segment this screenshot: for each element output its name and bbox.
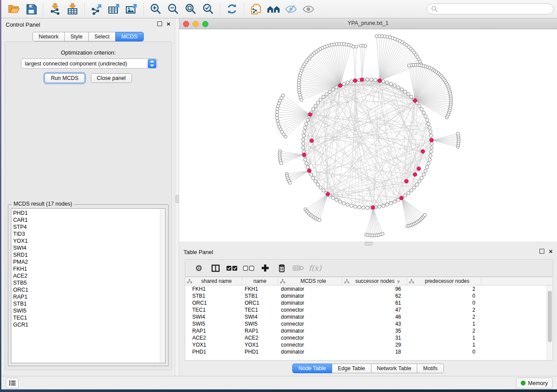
table-cell: dominator xyxy=(278,349,343,355)
table-row[interactable]: TEC1TEC1connector472 xyxy=(185,306,553,313)
column-header-successor-nodes[interactable]: successor nodes ∨ xyxy=(343,277,407,285)
mcds-node-item[interactable]: PHD1 xyxy=(11,210,165,217)
column-header-MCDS-role[interactable]: MCDS role xyxy=(278,277,343,285)
mcds-node-item[interactable]: FKH1 xyxy=(11,265,165,272)
tab-network[interactable]: Network xyxy=(32,32,65,41)
table-row[interactable]: ACE2ACE2connector311 xyxy=(185,334,553,341)
export-network-button[interactable] xyxy=(88,2,105,17)
search-input[interactable] xyxy=(427,3,554,14)
criterion-selected-value: largest connected component (undirected) xyxy=(21,61,148,67)
zoom-fit-button[interactable] xyxy=(182,2,199,17)
export-image-button[interactable] xyxy=(123,2,140,17)
table-row[interactable]: PHD1PHD1dominator180 xyxy=(185,348,553,355)
table-row[interactable]: RAP1RAP1dominator352 xyxy=(185,327,553,334)
tab-edge-table[interactable]: Edge Table xyxy=(332,364,371,373)
mcds-node-item[interactable]: TID3 xyxy=(11,230,165,237)
run-mcds-button[interactable]: Run MCDS xyxy=(45,73,84,83)
table-row[interactable]: FKH1FKH1dominator962 xyxy=(185,285,553,292)
mcds-node-item[interactable]: ORC1 xyxy=(11,286,165,293)
mcds-node-item[interactable]: YOX1 xyxy=(11,237,165,244)
import-network-button[interactable] xyxy=(46,2,64,17)
memory-button[interactable]: Memory xyxy=(516,378,553,389)
table-row[interactable]: STB1STB1dominator620 xyxy=(185,292,553,299)
close-panel-icon[interactable]: × xyxy=(166,22,170,26)
close-panel-button[interactable]: Close panel xyxy=(91,73,132,83)
table-cell: connector xyxy=(278,342,343,348)
network-view: YPA_prune.txt_1 xyxy=(179,18,557,241)
table-row[interactable]: YOX1YOX1connector291 xyxy=(185,341,553,348)
mcds-node-item[interactable]: RAP1 xyxy=(11,293,165,300)
main-toolbar xyxy=(1,0,557,18)
table-cell: YOX1 xyxy=(242,342,278,348)
table-cell: connector xyxy=(278,307,343,313)
table-row[interactable]: SWI4SWI4dominator462 xyxy=(185,313,553,320)
hide-selected-button[interactable] xyxy=(282,2,300,17)
tab-network-table[interactable]: Network Table xyxy=(371,364,418,373)
zoom-in-button[interactable] xyxy=(147,2,164,17)
network-canvas[interactable] xyxy=(179,29,557,241)
splitter-grip[interactable] xyxy=(176,195,179,203)
tab-motifs[interactable]: Motifs xyxy=(417,364,443,373)
show-all-button[interactable] xyxy=(300,2,317,17)
table-row[interactable]: ORC1ORC1dominator610 xyxy=(185,299,553,306)
mcds-node-item[interactable]: SRD1 xyxy=(11,251,165,258)
splitter-grip[interactable] xyxy=(365,242,373,245)
open-session-button[interactable] xyxy=(5,2,22,17)
table-cell: YOX1 xyxy=(185,342,242,348)
float-panel-icon[interactable] xyxy=(540,249,544,254)
import-table-button[interactable] xyxy=(64,2,81,17)
column-header-shared-name[interactable]: shared name xyxy=(185,277,242,285)
delete-column-icon[interactable] xyxy=(273,264,290,272)
mcds-result-list[interactable]: PHD1CAR1STP4TID3YOX1SWI4SRD1PMA2FKH1ACE2… xyxy=(11,208,166,363)
mcds-node-item[interactable]: ACE2 xyxy=(11,272,165,279)
column-header-filler xyxy=(481,277,553,285)
table-scrollbar[interactable] xyxy=(547,285,553,360)
table-cell: STB1 xyxy=(242,293,278,299)
column-header-name[interactable]: name xyxy=(242,277,278,285)
new-network-from-selection-button[interactable] xyxy=(247,2,265,17)
float-panel-icon[interactable] xyxy=(157,21,162,26)
save-session-icon xyxy=(26,3,37,14)
node-table[interactable]: shared namenameMCDS rolesuccessor nodes … xyxy=(185,277,553,361)
apply-layout-button[interactable] xyxy=(223,2,241,17)
zoom-selected-button[interactable] xyxy=(199,2,217,17)
tab-node-table[interactable]: Node Table xyxy=(292,364,332,373)
zoom-out-button[interactable] xyxy=(164,2,182,17)
add-column-icon[interactable] xyxy=(257,264,273,272)
first-neighbors-button[interactable] xyxy=(265,2,282,17)
mcds-node-item[interactable]: TEC1 xyxy=(11,314,165,321)
import-table-icon xyxy=(66,3,79,15)
deselect-all-icon[interactable] xyxy=(240,265,257,271)
mcds-node-item[interactable]: GCR1 xyxy=(11,321,165,328)
mcds-node-item[interactable]: SWI4 xyxy=(11,244,165,251)
export-image-icon xyxy=(125,3,138,15)
table-cell: 0 xyxy=(407,349,481,355)
mcds-node-item[interactable]: STB5 xyxy=(11,279,165,286)
mcds-node-item[interactable]: STP4 xyxy=(11,224,165,230)
tab-select[interactable]: Select xyxy=(88,32,116,41)
export-table-button[interactable] xyxy=(105,2,123,17)
split-columns-icon[interactable] xyxy=(207,265,224,272)
mcds-list-scrollbar[interactable] xyxy=(160,209,165,363)
criterion-select[interactable]: largest connected component (undirected) xyxy=(21,58,157,69)
vertical-splitter[interactable] xyxy=(175,18,179,376)
save-session-button[interactable] xyxy=(22,2,40,17)
mcds-node-item[interactable]: PMA2 xyxy=(11,258,165,265)
select-all-icon[interactable] xyxy=(224,265,240,271)
mcds-node-item[interactable]: CAR1 xyxy=(11,217,165,224)
column-header-predecessor-nodes[interactable]: predecessor nodes xyxy=(407,277,481,285)
horizontal-splitter[interactable] xyxy=(179,241,557,246)
scrollbar-thumb[interactable] xyxy=(548,291,552,342)
table-cell: ACE2 xyxy=(185,335,242,341)
tab-mcds[interactable]: MCDS xyxy=(115,32,144,41)
table-cell: dominator xyxy=(278,328,343,334)
tab-style[interactable]: Style xyxy=(64,32,89,41)
mcds-node-item[interactable]: STB1 xyxy=(11,300,165,307)
close-panel-icon[interactable]: × xyxy=(549,249,553,254)
mcds-node-item[interactable]: SWI5 xyxy=(11,307,165,314)
task-history-button[interactable] xyxy=(6,378,19,389)
table-row[interactable]: SWI5SWI5connector431 xyxy=(185,320,553,327)
network-view-titlebar[interactable]: YPA_prune.txt_1 xyxy=(179,18,557,29)
table-cell: TEC1 xyxy=(185,307,242,313)
gear-icon[interactable]: ⚙ xyxy=(190,263,207,273)
